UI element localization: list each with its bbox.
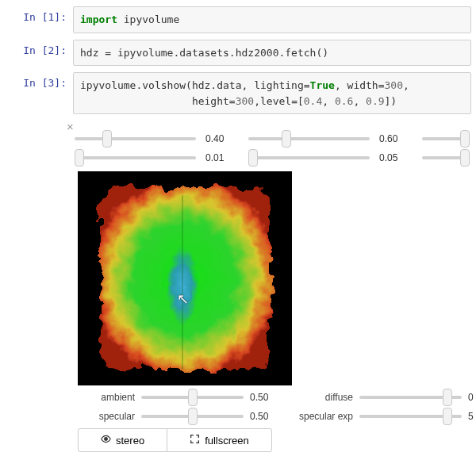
volume-render-image xyxy=(78,171,292,385)
level-slider-2[interactable] xyxy=(248,137,370,140)
level-readout-1: 0.40 xyxy=(205,133,240,144)
level-sliders: 0.40 0.60 0.01 0.05 xyxy=(73,133,471,163)
code-cell-2: In [2]: hdz = ipyvolume.datasets.hdz2000… xyxy=(5,40,471,67)
specular-readout: 0.50 xyxy=(250,411,285,422)
level-slider-1[interactable] xyxy=(75,137,196,140)
input-prompt-2: In [2]: xyxy=(5,40,73,56)
diffuse-slider[interactable] xyxy=(359,396,462,399)
level-slider-3[interactable] xyxy=(422,137,470,140)
ambient-label: ambient xyxy=(73,392,135,403)
lighting-row-1: ambient 0.50 diffuse 0 xyxy=(73,392,471,403)
lighting-row-2: specular 0.50 specular exp 5 xyxy=(73,411,471,422)
code-editor-2[interactable]: hdz = ipyvolume.datasets.hdz2000.fetch() xyxy=(73,40,471,67)
level-readout-2: 0.60 xyxy=(379,133,414,144)
level-sliders-row-1: 0.40 0.60 xyxy=(73,133,471,144)
opacity-slider-3[interactable] xyxy=(422,156,470,159)
specular-slider[interactable] xyxy=(141,415,244,418)
input-prompt-3: In [3]: xyxy=(5,72,73,89)
opacity-readout-2: 0.05 xyxy=(379,152,414,163)
specular-exp-readout: 5 xyxy=(468,411,476,422)
fullscreen-icon xyxy=(190,434,200,447)
diffuse-label: diffuse xyxy=(291,392,353,403)
opacity-slider-2[interactable] xyxy=(248,156,370,159)
level-sliders-row-2: 0.01 0.05 xyxy=(73,152,471,163)
widget-output: × 0.40 0.60 0.01 xyxy=(67,121,471,452)
code-cell-3: In [3]: ipyvolume.volshow(hdz.data, ligh… xyxy=(5,72,471,114)
ambient-readout: 0.50 xyxy=(250,392,285,403)
stereo-button[interactable]: stereo xyxy=(78,428,167,452)
opacity-readout-1: 0.01 xyxy=(205,152,240,163)
specular-exp-label: specular exp xyxy=(291,411,353,422)
code-editor-1[interactable]: import ipyvolume xyxy=(73,6,471,33)
code-editor-3[interactable]: ipyvolume.volshow(hdz.data, lighting=Tru… xyxy=(73,72,471,114)
specular-exp-slider[interactable] xyxy=(359,415,462,418)
close-icon[interactable]: × xyxy=(67,121,74,132)
notebook-area: In [1]: import ipyvolume In [2]: hdz = i… xyxy=(0,0,476,452)
fullscreen-button-label: fullscreen xyxy=(205,435,249,447)
fullscreen-button[interactable]: fullscreen xyxy=(167,428,272,452)
volume-canvas[interactable]: ↖ xyxy=(78,171,292,385)
svg-point-4 xyxy=(105,438,108,441)
widget-close-row: × xyxy=(73,124,471,132)
diffuse-readout: 0 xyxy=(468,392,476,403)
code-cell-1: In [1]: import ipyvolume xyxy=(5,6,471,33)
stereo-button-label: stereo xyxy=(116,435,144,447)
eye-icon xyxy=(101,434,111,447)
opacity-slider-1[interactable] xyxy=(75,156,196,159)
input-prompt-1: In [1]: xyxy=(5,6,73,23)
lighting-sliders: ambient 0.50 diffuse 0 specular 0.50 sp xyxy=(73,392,471,422)
specular-label: specular xyxy=(73,411,135,422)
ambient-slider[interactable] xyxy=(141,396,244,399)
view-buttons: stereo fullscreen xyxy=(78,428,471,452)
